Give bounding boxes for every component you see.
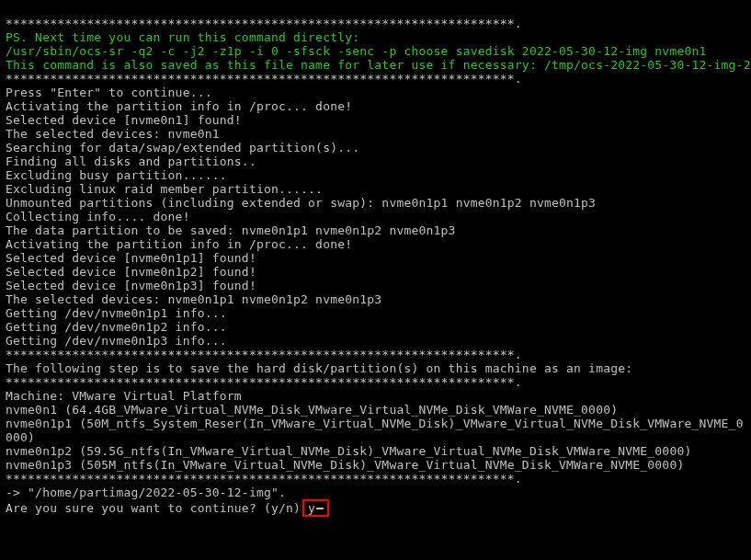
disk-info: nvme0n1p3 (505M_ntfs(In_VMware_Virtual_N… [6,458,684,472]
status-line: Activating the partition info in /proc..… [6,237,352,251]
status-line: Selected device [nvme0n1p2] found! [6,265,256,279]
status-line: Getting /dev/nvme0n1p3 info... [6,334,227,348]
status-line: The selected devices: nvme0n1p1 nvme0n1p… [6,292,381,306]
text-cursor [316,508,324,509]
status-line: The selected devices: nvme0n1 [6,127,220,141]
status-line: Activating the partition info in /proc..… [6,99,352,113]
following-step-msg: The following step is to save the hard d… [6,361,632,375]
hint-saved-file: This command is also saved as this file … [6,58,751,72]
confirm-input-value[interactable]: y [308,501,315,515]
separator-line: ****************************************… [6,472,522,486]
status-line: Unmounted partitions (including extended… [6,196,596,210]
status-line: Finding all disks and partitions.. [6,154,256,168]
separator-line: ****************************************… [6,375,522,389]
separator-line: ****************************************… [6,348,522,361]
disk-info: nvme0n1 (64.4GB_VMware_Virtual_NVMe_Disk… [6,403,618,417]
disk-info: 000) [6,430,35,444]
separator-line: ****************************************… [6,72,522,86]
status-line: Getting /dev/nvme0n1p1 info... [6,306,227,320]
status-line: Selected device [nvme0n1p3] found! [6,279,256,292]
status-line: Selected device [nvme0n1] found! [6,113,242,127]
confirm-prompt: Are you sure you want to continue? (y/n) [6,501,301,515]
status-line: Collecting info.... done! [6,210,190,223]
status-line: The data partition to be saved: nvme0n1p… [6,223,456,237]
status-line: Excluding linux raid member partition...… [6,182,323,196]
status-line: Searching for data/swap/extended partiti… [6,141,359,154]
separator-line: ****************************************… [6,17,522,30]
terminal-output[interactable]: ****************************************… [0,0,751,533]
status-line: Selected device [nvme0n1p1] found! [6,251,256,265]
target-path: -> "/home/partimag/2022-05-30-12-img". [6,486,286,499]
status-line: Getting /dev/nvme0n1p2 info... [6,320,227,334]
hint-command: /usr/sbin/ocs-sr -q2 -c -j2 -z1p -i 0 -s… [6,44,707,58]
disk-info: nvme0n1p1 (50M_ntfs_System_Reser(In_VMwa… [6,417,744,430]
status-line: Excluding busy partition...... [6,168,227,182]
machine-info: Machine: VMware Virtual Platform [6,389,242,403]
hint-next-time: PS. Next time you can run this command d… [6,30,359,44]
disk-info: nvme0n1p2 (59.5G_ntfs(In_VMware_Virtual_… [6,444,691,458]
confirm-input-highlight[interactable]: y [302,499,329,517]
press-enter-prompt: Press "Enter" to continue... [6,86,212,99]
